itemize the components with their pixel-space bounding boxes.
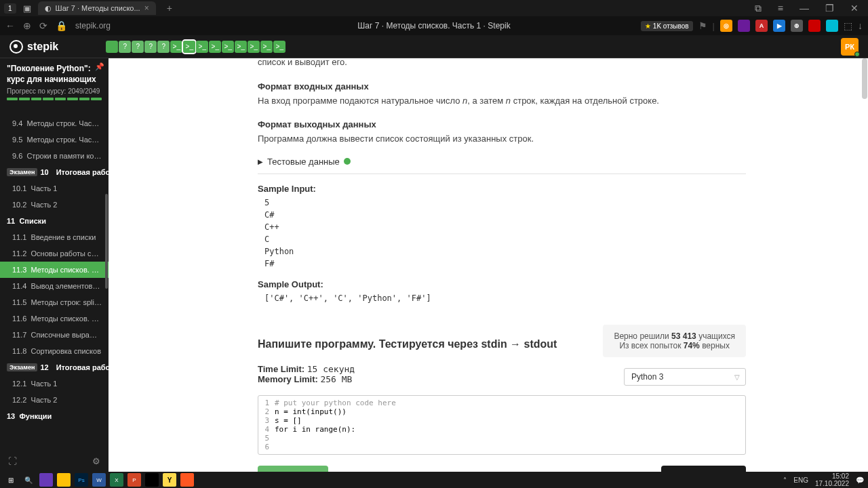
url-text[interactable]: stepik.org bbox=[75, 21, 111, 30]
test-data-toggle[interactable]: ▶ Тестовые данные bbox=[258, 157, 746, 167]
tab-favicon: ◐ bbox=[45, 4, 52, 13]
taskbar-yandex[interactable]: Y bbox=[163, 473, 176, 487]
output-format-title: Формат выходных данных bbox=[258, 119, 746, 129]
close-tab-icon[interactable]: × bbox=[144, 3, 149, 13]
sidebar: 📌 "Поколение Python": курс для начинающи… bbox=[0, 58, 108, 472]
nav-item-11-7[interactable]: 11.7 Списочные выражения bbox=[0, 327, 108, 343]
sidebar-scrollbar[interactable] bbox=[105, 194, 108, 289]
run-button[interactable]: Запустить код bbox=[661, 466, 746, 472]
ext-icon-4[interactable]: ▶ bbox=[773, 20, 785, 32]
rating-badge[interactable]: ★ 1K отзывов bbox=[641, 21, 693, 31]
nav-item-9-6[interactable]: 9.6 Строки в памяти комп... bbox=[0, 148, 108, 164]
nav-item-11-4[interactable]: 11.4 Вывод элементов спи... bbox=[0, 278, 108, 294]
step-7-current[interactable]: >_ bbox=[183, 41, 195, 53]
bookmark-icon[interactable]: ⚑ bbox=[698, 20, 707, 31]
minimize-icon[interactable]: — bbox=[795, 1, 813, 16]
ext-icon-5[interactable]: ⊕ bbox=[791, 20, 803, 32]
language-select[interactable]: Python 3 ▽ bbox=[624, 368, 746, 386]
shield-icon[interactable]: ⊕ bbox=[23, 20, 31, 31]
new-tab-button[interactable]: + bbox=[167, 3, 172, 14]
nav-item-11-6[interactable]: 11.6 Методы списков. Час... bbox=[0, 310, 108, 327]
step-14[interactable]: >_ bbox=[273, 41, 285, 53]
step-9[interactable]: >_ bbox=[209, 41, 221, 53]
user-avatar[interactable]: РК bbox=[841, 38, 859, 56]
star-icon: ★ bbox=[645, 22, 651, 30]
close-window-icon[interactable]: ✕ bbox=[846, 1, 863, 16]
tabs-icon[interactable]: ▣ bbox=[22, 3, 33, 14]
chevron-down-icon: ▽ bbox=[734, 373, 740, 381]
collections-icon[interactable]: ⬚ bbox=[844, 20, 852, 31]
content-area: список и выводит его. Формат входных дан… bbox=[108, 58, 868, 472]
menu-icon[interactable]: ≡ bbox=[774, 1, 787, 16]
partial-text: список и выводит его. bbox=[258, 58, 746, 69]
fullscreen-icon[interactable]: ⛶ bbox=[8, 456, 17, 466]
content-scrollbar[interactable] bbox=[862, 58, 867, 99]
code-editor[interactable]: 1# put your python code here 2n = int(in… bbox=[258, 395, 746, 455]
taskbar-explorer[interactable] bbox=[57, 473, 71, 487]
reload-button[interactable]: ⟳ bbox=[39, 20, 47, 31]
step-12[interactable]: >_ bbox=[248, 41, 260, 53]
search-icon[interactable]: 🔍 bbox=[22, 473, 35, 487]
nav-item-11-1[interactable]: 11.1 Введение в списки bbox=[0, 229, 108, 245]
settings-icon[interactable]: ⚙ bbox=[92, 456, 100, 466]
tray-chevron-icon[interactable]: ˄ bbox=[783, 476, 787, 484]
restore-icon[interactable]: ❐ bbox=[821, 1, 838, 16]
nav-item-10-1[interactable]: 10.1 Часть 1 bbox=[0, 180, 108, 197]
sample-input-code: 5 C# C++ C Python F# bbox=[264, 197, 746, 270]
taskbar-photoshop[interactable]: Ps bbox=[75, 473, 88, 487]
nav-item-12-2[interactable]: 12.2 Часть 2 bbox=[0, 392, 108, 408]
pin-icon[interactable]: 📌 bbox=[95, 62, 104, 71]
browser-tab[interactable]: ◐ Шаг 7 · Методы списко... × bbox=[38, 1, 156, 15]
nav-item-11-2[interactable]: 11.2 Основы работы со сп... bbox=[0, 245, 108, 262]
step-nav: ? ? ? ? >_ >_ >_ >_ >_ >_ >_ >_ >_ bbox=[106, 41, 285, 53]
ext-icon-1[interactable]: ◎ bbox=[720, 20, 732, 32]
taskbar-powerpoint[interactable]: P bbox=[127, 473, 141, 487]
nav-section-13[interactable]: 13 Функции bbox=[0, 408, 108, 424]
step-1[interactable] bbox=[106, 41, 118, 53]
step-2[interactable]: ? bbox=[119, 41, 131, 53]
nav-item-11-3[interactable]: 11.3 Методы списков. Час... bbox=[0, 262, 108, 278]
tab-title: Шаг 7 · Методы списко... bbox=[56, 4, 140, 12]
nav-section-12[interactable]: Экзамен 12 Итоговая работ... bbox=[0, 359, 108, 375]
step-4[interactable]: ? bbox=[144, 41, 157, 53]
input-format-text: На вход программе подаются натуральное ч… bbox=[258, 94, 746, 108]
step-6[interactable]: >_ bbox=[170, 41, 182, 53]
taskbar-app-2[interactable]: ◆ bbox=[145, 473, 159, 487]
ext-icon-2[interactable] bbox=[738, 20, 750, 32]
nav-item-11-8[interactable]: 11.8 Сортировка списков bbox=[0, 343, 108, 359]
ext-icon-7[interactable] bbox=[826, 20, 838, 32]
ext-icon-3[interactable]: A bbox=[755, 20, 768, 32]
step-11[interactable]: >_ bbox=[235, 41, 247, 53]
tab-count[interactable]: 1 bbox=[4, 3, 16, 14]
divider bbox=[258, 174, 746, 174]
input-format-title: Формат входных данных bbox=[258, 81, 746, 92]
taskbar-app-1[interactable] bbox=[39, 473, 53, 487]
ext-icon-6[interactable] bbox=[808, 20, 821, 32]
tray-lang[interactable]: ENG bbox=[793, 476, 808, 484]
submit-button[interactable]: Отправить bbox=[258, 466, 328, 472]
step-3[interactable]: ? bbox=[132, 41, 144, 53]
step-10[interactable]: >_ bbox=[222, 41, 234, 53]
taskbar-excel[interactable]: X bbox=[110, 473, 123, 487]
nav-item-10-2[interactable]: 10.2 Часть 2 bbox=[0, 197, 108, 213]
output-format-text: Программа должна вывести список состоящи… bbox=[258, 132, 746, 146]
step-8[interactable]: >_ bbox=[196, 41, 208, 53]
caret-icon: ▶ bbox=[258, 158, 263, 165]
downloads-icon[interactable]: ↓ bbox=[858, 20, 863, 31]
stepik-logo[interactable]: stepik bbox=[9, 40, 58, 54]
tray-clock[interactable]: 15:02 17.10.2022 bbox=[815, 472, 849, 487]
step-5[interactable]: ? bbox=[157, 41, 170, 53]
nav-section-10[interactable]: Экзамен 10 Итоговая работ... bbox=[0, 164, 108, 180]
nav-item-12-1[interactable]: 12.1 Часть 1 bbox=[0, 375, 108, 392]
nav-item-11-5[interactable]: 11.5 Методы строк: split, join bbox=[0, 294, 108, 310]
step-13[interactable]: >_ bbox=[260, 41, 273, 53]
nav-section-11[interactable]: 11 Списки bbox=[0, 213, 108, 229]
tray-notifications-icon[interactable]: 💬 bbox=[856, 476, 864, 484]
nav-item-9-5[interactable]: 9.5 Методы строк. Часть 3 bbox=[0, 131, 108, 148]
start-button[interactable]: ⊞ bbox=[4, 473, 18, 487]
taskbar-app-3[interactable] bbox=[180, 473, 194, 487]
nav-item-9-4[interactable]: 9.4 Методы строк. Часть 2 bbox=[0, 115, 108, 131]
pip-icon[interactable]: ⧉ bbox=[751, 1, 766, 16]
taskbar-word[interactable]: W bbox=[92, 473, 106, 487]
back-button[interactable]: ← bbox=[5, 20, 15, 31]
